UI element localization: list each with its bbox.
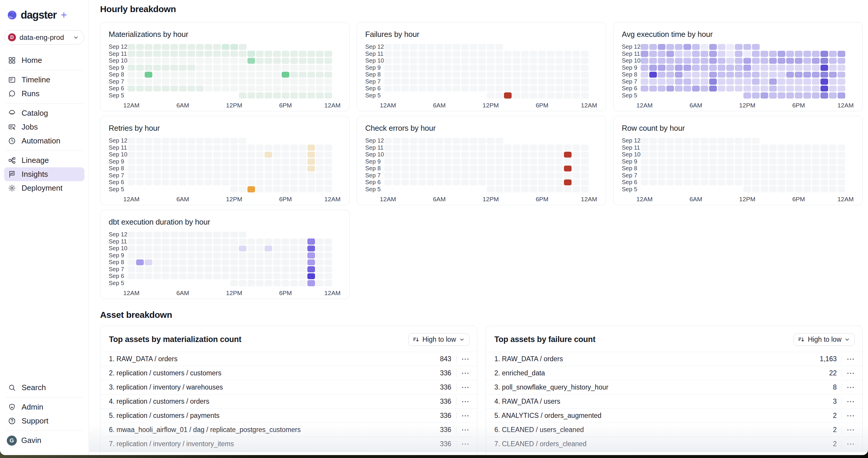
heatmap-cell[interactable] [290,246,298,252]
heatmap-cell[interactable] [444,152,452,158]
heatmap-cell[interactable] [829,51,837,57]
heatmap-cell[interactable] [427,78,435,85]
heatmap-cell[interactable] [641,144,648,151]
heatmap-cell[interactable] [513,72,520,78]
heatmap-cell[interactable] [170,179,178,186]
heatmap-cell[interactable] [778,65,785,71]
heatmap-cell[interactable] [162,166,169,172]
heatmap-cell[interactable] [666,144,674,151]
heatmap-cell[interactable] [658,72,665,78]
heatmap-cell[interactable] [393,159,400,165]
heatmap-cell[interactable] [683,138,691,144]
heatmap-cell[interactable] [743,72,751,78]
heatmap-cell[interactable] [743,138,751,144]
heatmap-cell[interactable] [649,144,657,151]
heatmap-cell[interactable] [273,280,281,286]
heatmap-cell[interactable] [444,166,452,172]
heatmap-cell[interactable] [726,166,734,172]
heatmap-cell[interactable] [427,179,435,186]
heatmap-cell[interactable] [470,78,477,85]
heatmap-cell[interactable] [743,78,751,85]
heatmap-cell[interactable] [187,65,195,71]
heatmap-cell[interactable] [641,179,648,186]
heatmap-cell[interactable] [179,252,187,259]
heatmap-cell[interactable] [282,58,289,64]
heatmap-cell[interactable] [487,144,495,151]
heatmap-cell[interactable] [230,72,238,78]
heatmap-cell[interactable] [504,186,512,192]
heatmap-cell[interactable] [675,58,683,64]
heatmap-cell[interactable] [718,144,725,151]
heatmap-cell[interactable] [461,78,469,85]
heatmap-cell[interactable] [205,58,212,64]
table-row[interactable]: 4. replication / customers / orders336 [100,394,477,408]
heatmap-cell[interactable] [222,273,229,280]
heatmap-cell[interactable] [410,72,417,78]
heatmap-cell[interactable] [761,72,768,78]
heatmap-cell[interactable] [478,179,486,186]
heatmap-cell[interactable] [709,144,717,151]
heatmap-cell[interactable] [128,238,135,244]
heatmap-cell[interactable] [273,72,281,78]
sort-order-button[interactable]: High to low [794,333,855,346]
heatmap-cell[interactable] [692,159,700,165]
heatmap-cell[interactable] [761,179,768,186]
heatmap-cell[interactable] [265,172,272,178]
heatmap-cell[interactable] [136,86,144,92]
heatmap-cell[interactable] [786,72,794,78]
heatmap-cell[interactable] [513,159,520,165]
heatmap-cell[interactable] [470,179,477,186]
heatmap-cell[interactable] [418,44,426,50]
heatmap-cell[interactable] [470,152,477,158]
heatmap-cell[interactable] [282,246,289,252]
heatmap-cell[interactable] [205,259,212,266]
heatmap-cell[interactable] [393,144,400,151]
heatmap-cell[interactable] [307,159,315,165]
row-menu-button[interactable] [457,428,472,431]
heatmap-cell[interactable] [709,138,717,144]
heatmap-cell[interactable] [666,78,674,85]
heatmap-cell[interactable] [324,179,332,186]
heatmap-cell[interactable] [179,172,187,178]
heatmap-cell[interactable] [179,273,187,280]
heatmap-cell[interactable] [683,172,691,178]
heatmap-cell[interactable] [307,86,315,92]
heatmap-cell[interactable] [247,65,255,71]
heatmap-cell[interactable] [709,65,717,71]
heatmap-cell[interactable] [299,186,306,192]
heatmap-cell[interactable] [530,152,537,158]
heatmap-cell[interactable] [675,72,683,78]
heatmap-cell[interactable] [239,273,247,280]
heatmap-cell[interactable] [136,166,144,172]
heatmap-cell[interactable] [239,259,247,266]
heatmap-cell[interactable] [196,172,204,178]
heatmap-cell[interactable] [196,152,204,158]
heatmap-cell[interactable] [213,58,221,64]
heatmap-cell[interactable] [795,186,802,192]
heatmap-cell[interactable] [247,51,255,57]
heatmap-cell[interactable] [273,65,281,71]
heatmap-cell[interactable] [521,72,529,78]
heatmap-cell[interactable] [581,51,589,57]
heatmap-cell[interactable] [513,144,520,151]
heatmap-cell[interactable] [692,58,700,64]
heatmap-cell[interactable] [453,72,460,78]
heatmap-cell[interactable] [701,58,708,64]
heatmap-cell[interactable] [205,252,212,259]
heatmap-cell[interactable] [641,152,648,158]
heatmap-cell[interactable] [769,152,777,158]
heatmap-cell[interactable] [145,273,152,280]
heatmap-cell[interactable] [803,172,811,178]
heatmap-cell[interactable] [786,186,794,192]
heatmap-cell[interactable] [273,86,281,92]
heatmap-cell[interactable] [470,72,477,78]
heatmap-cell[interactable] [752,179,760,186]
heatmap-cell[interactable] [256,259,264,266]
heatmap-cell[interactable] [410,51,417,57]
heatmap-cell[interactable] [179,266,187,272]
heatmap-cell[interactable] [555,172,563,178]
heatmap-cell[interactable] [435,72,443,78]
heatmap-cell[interactable] [470,86,477,92]
heatmap-cell[interactable] [778,166,785,172]
heatmap-cell[interactable] [299,51,306,57]
